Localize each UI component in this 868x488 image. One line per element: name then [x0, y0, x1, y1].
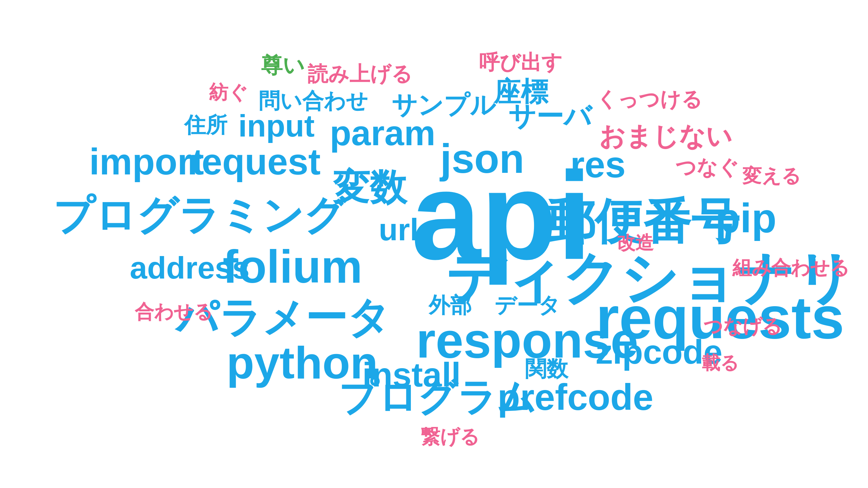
word-param: param	[330, 116, 436, 151]
word-pip: pip	[715, 198, 777, 239]
word-tsunageru: つなげる	[704, 317, 782, 336]
word-res: res	[570, 146, 626, 183]
word-url: url	[379, 214, 418, 246]
word-notoiku: 尊い	[261, 55, 305, 76]
word-nugu: 紡ぐ	[209, 83, 248, 102]
word-json: json	[440, 138, 524, 179]
word-noru: 載る	[702, 354, 739, 372]
word-yobidasu: 呼び出す	[479, 52, 563, 73]
word-hensuu: 変数	[333, 169, 407, 206]
word-data: データ	[494, 295, 560, 316]
word-kaizou: 改造	[617, 234, 654, 252]
word-juusho: 住所	[184, 114, 227, 136]
word-programming: プログラミング	[53, 195, 346, 236]
word-gaibuu: 外部	[429, 295, 472, 316]
word-prefcode: prefcode	[498, 379, 654, 416]
word-yomiageru: 読み上げる	[308, 64, 412, 84]
word-import: import	[89, 143, 204, 180]
word-kaeru: 変える	[742, 166, 801, 186]
word-kumiauwaseru: 組み合わせる	[732, 258, 849, 278]
word-zahyo: 座標	[494, 78, 548, 106]
word-kansuu: 関数	[525, 358, 568, 380]
word-toiawase: 問い合わせ	[258, 90, 368, 112]
word-address: address	[130, 252, 250, 283]
word-kuttsukeru: くっつける	[596, 89, 703, 109]
word-tsunagu: つなぐ	[676, 157, 739, 178]
word-omajinai: おまじない	[599, 123, 732, 149]
word-awaseru: 合わせる	[135, 302, 213, 322]
word-sample: サンプル	[392, 92, 496, 118]
word-tsunageru2: 繋げる	[421, 427, 479, 447]
word-input: input	[238, 110, 314, 142]
word-request: request	[187, 143, 321, 180]
word-install: install	[362, 358, 461, 392]
word-cloud: apiディクショナリrequestsresponseプログラミングfoliumパ…	[0, 0, 868, 488]
